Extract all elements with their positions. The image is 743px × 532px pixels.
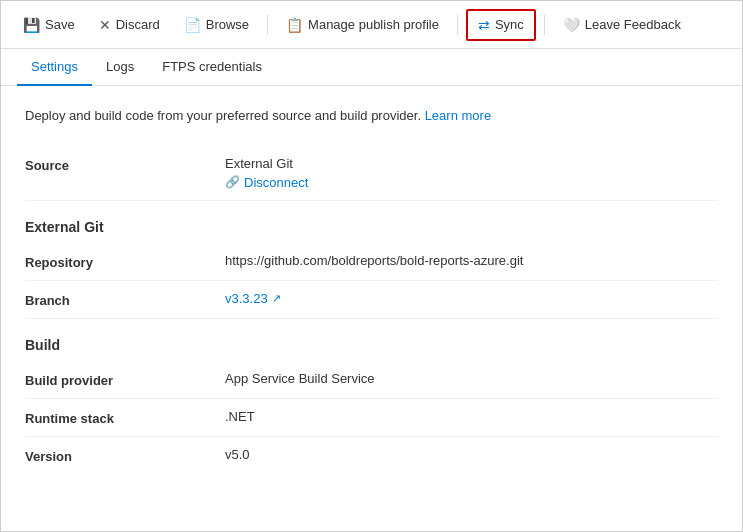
manage-publish-label: Manage publish profile (308, 17, 439, 32)
external-link-icon: ↗ (272, 292, 281, 305)
build-heading: Build (25, 337, 718, 353)
manage-publish-icon: 📋 (286, 17, 303, 33)
branch-link[interactable]: v3.3.23 ↗ (225, 291, 281, 306)
sync-icon: ⇄ (478, 17, 490, 33)
version-label: Version (25, 447, 225, 464)
version-row: Version v5.0 (25, 437, 718, 474)
build-provider-label: Build provider (25, 371, 225, 388)
toolbar: 💾 Save ✕ Discard 📄 Browse 📋 Manage publi… (1, 1, 742, 49)
save-label: Save (45, 17, 75, 32)
toolbar-divider-3 (544, 15, 545, 35)
feedback-icon: 🤍 (563, 17, 580, 33)
source-value: External Git 🔗 Disconnect (225, 156, 718, 190)
version-value: v5.0 (225, 447, 718, 462)
settings-content: Deploy and build code from your preferre… (1, 86, 742, 494)
source-label: Source (25, 156, 225, 173)
main-window: 💾 Save ✕ Discard 📄 Browse 📋 Manage publi… (0, 0, 743, 532)
toolbar-divider-1 (267, 15, 268, 35)
save-icon: 💾 (23, 17, 40, 33)
discard-button[interactable]: ✕ Discard (89, 11, 170, 39)
branch-label: Branch (25, 291, 225, 308)
build-provider-row: Build provider App Service Build Service (25, 361, 718, 399)
branch-value: v3.3.23 ↗ (225, 291, 718, 306)
disconnect-icon: 🔗 (225, 175, 240, 189)
leave-feedback-label: Leave Feedback (585, 17, 681, 32)
learn-more-link[interactable]: Learn more (425, 108, 491, 123)
tab-logs[interactable]: Logs (92, 49, 148, 86)
description-text: Deploy and build code from your preferre… (25, 106, 718, 126)
runtime-stack-value: .NET (225, 409, 718, 424)
browse-button[interactable]: 📄 Browse (174, 11, 259, 39)
tabs-bar: Settings Logs FTPS credentials (1, 49, 742, 86)
browse-icon: 📄 (184, 17, 201, 33)
runtime-stack-row: Runtime stack .NET (25, 399, 718, 437)
source-row: Source External Git 🔗 Disconnect (25, 146, 718, 201)
sync-label: Sync (495, 17, 524, 32)
repository-value: https://github.com/boldreports/bold-repo… (225, 253, 718, 268)
repository-label: Repository (25, 253, 225, 270)
save-button[interactable]: 💾 Save (13, 11, 85, 39)
manage-publish-button[interactable]: 📋 Manage publish profile (276, 11, 449, 39)
tab-settings[interactable]: Settings (17, 49, 92, 86)
leave-feedback-button[interactable]: 🤍 Leave Feedback (553, 11, 691, 39)
repository-row: Repository https://github.com/boldreport… (25, 243, 718, 281)
sync-button-wrapper: ⇄ Sync (466, 9, 536, 41)
browse-label: Browse (206, 17, 249, 32)
branch-row: Branch v3.3.23 ↗ (25, 281, 718, 319)
toolbar-divider-2 (457, 15, 458, 35)
discard-icon: ✕ (99, 17, 111, 33)
build-provider-value: App Service Build Service (225, 371, 718, 386)
discard-label: Discard (116, 17, 160, 32)
tab-ftps-credentials[interactable]: FTPS credentials (148, 49, 276, 86)
sync-button[interactable]: ⇄ Sync (466, 9, 536, 41)
runtime-stack-label: Runtime stack (25, 409, 225, 426)
external-git-heading: External Git (25, 219, 718, 235)
disconnect-link[interactable]: 🔗 Disconnect (225, 175, 718, 190)
